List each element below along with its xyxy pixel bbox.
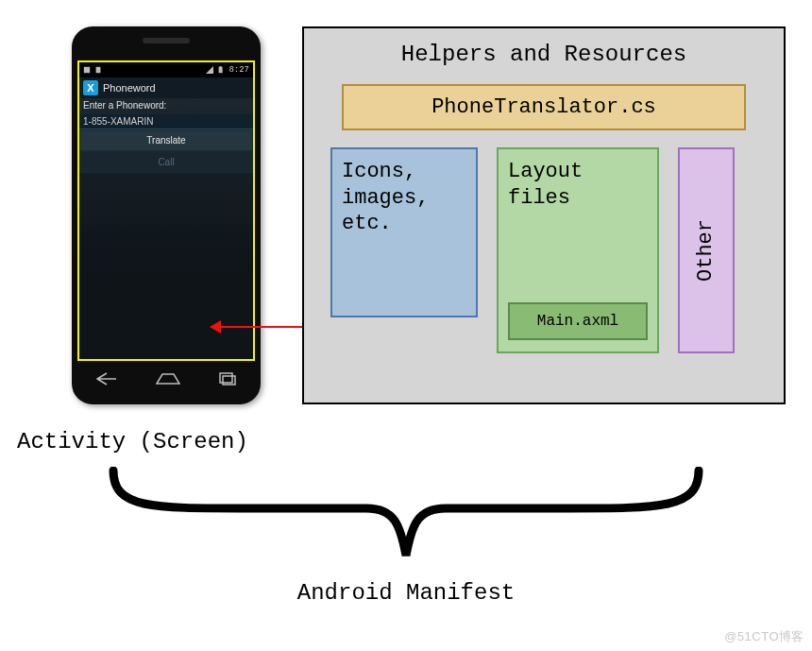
android-navbar xyxy=(77,367,255,395)
svg-rect-5 xyxy=(220,373,232,383)
app-icon-letter: X xyxy=(87,82,93,94)
android-statusbar: 8:27 xyxy=(79,62,253,77)
curly-brace-icon xyxy=(94,467,718,561)
app-title: Phoneword xyxy=(103,82,156,94)
app-title-bar: X Phoneword xyxy=(79,77,253,98)
activity-screen-label: Activity (Screen) xyxy=(17,429,248,454)
phoneword-input[interactable] xyxy=(79,114,253,129)
layout-files-card: Layout files Main.axml xyxy=(497,147,659,353)
icons-images-card: Icons, images, etc. xyxy=(330,147,478,317)
svg-marker-2 xyxy=(206,66,213,74)
back-icon[interactable] xyxy=(96,372,117,389)
helpers-resources-panel: Helpers and Resources PhoneTranslator.cs… xyxy=(302,26,786,404)
diagram-stage: 8:27 X Phoneword Enter a Phoneword: Tran… xyxy=(0,0,812,651)
icons-card-line: images, xyxy=(342,185,466,212)
layout-file-box: Main.axml xyxy=(508,302,648,340)
phone-speaker xyxy=(143,38,190,43)
panel-title: Helpers and Resources xyxy=(304,28,784,77)
android-manifest-label: Android Manifest xyxy=(0,580,812,606)
resources-row: Icons, images, etc. Layout files Main.ax… xyxy=(304,147,784,374)
app-prompt-label: Enter a Phoneword: xyxy=(79,98,253,112)
home-icon[interactable] xyxy=(156,372,180,389)
icons-card-line: etc. xyxy=(342,211,466,237)
phone-screen: 8:27 X Phoneword Enter a Phoneword: Tran… xyxy=(77,60,255,361)
app-icon: X xyxy=(83,80,98,95)
status-time: 8:27 xyxy=(228,65,249,75)
layout-card-line: files xyxy=(508,185,648,212)
svg-rect-3 xyxy=(219,67,223,73)
other-card-label: Other xyxy=(693,219,719,282)
translator-file-box: PhoneTranslator.cs xyxy=(342,84,746,130)
status-square-icon xyxy=(83,66,91,74)
battery-icon xyxy=(217,66,225,74)
recent-icon[interactable] xyxy=(219,372,236,389)
arrow-head-icon xyxy=(210,320,221,334)
other-card: Other xyxy=(678,147,735,353)
call-button[interactable]: Call xyxy=(79,151,253,173)
translate-button[interactable]: Translate xyxy=(79,129,253,151)
watermark: @51CTO博客 xyxy=(724,628,804,645)
icons-card-line: Icons, xyxy=(342,159,466,185)
phone-device: 8:27 X Phoneword Enter a Phoneword: Tran… xyxy=(72,26,261,404)
signal-icon xyxy=(206,66,213,74)
app-body: Enter a Phoneword: Translate Call xyxy=(79,98,253,173)
svg-rect-1 xyxy=(96,67,101,73)
layout-card-line: Layout xyxy=(508,159,648,185)
svg-rect-0 xyxy=(84,67,90,73)
status-doc-icon xyxy=(94,66,102,74)
svg-rect-4 xyxy=(220,66,222,67)
